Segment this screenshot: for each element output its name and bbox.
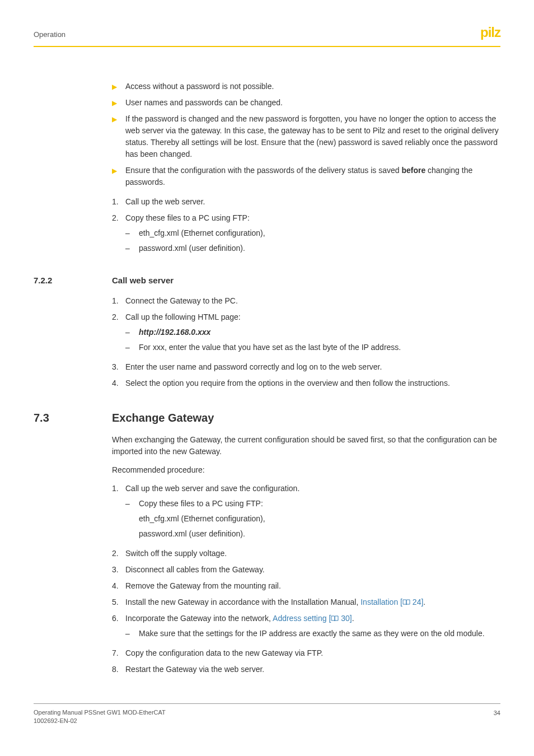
number-marker: 2. — [112, 212, 125, 258]
sub-text: eth_cfg.xml (Ethernet configuration), — [139, 227, 500, 239]
list-text: Call up the web server and save the conf… — [125, 483, 500, 543]
number-marker: 1. — [112, 196, 125, 208]
list-item: 8. Restart the Gateway via the web serve… — [112, 664, 500, 675]
section-number: 7.2.2 — [34, 274, 112, 287]
book-icon — [402, 599, 410, 606]
bullet-icon: ▶ — [112, 97, 125, 109]
sub-item: – Make sure that the settings for the IP… — [125, 628, 500, 640]
number-marker: 1. — [112, 483, 125, 543]
list-item: 1. Call up the web server and save the c… — [112, 483, 500, 543]
number-marker: 4. — [112, 580, 125, 592]
list-text: Enter the user name and password correct… — [125, 361, 500, 373]
sub-item: – Copy these files to a PC using FTP: et… — [125, 498, 500, 540]
sub-text: For xxx, enter the value that you have s… — [139, 342, 500, 353]
number-marker: 5. — [112, 596, 125, 608]
chapter-title: Exchange Gateway — [112, 409, 214, 426]
sub-item: – password.xml (user definition). — [125, 242, 500, 254]
list-item: 5. Install the new Gateway in accordance… — [112, 596, 500, 608]
list-text: Connect the Gateway to the PC. — [125, 295, 500, 307]
link-ref: 30] — [339, 614, 352, 623]
link-text: Installation [ — [360, 598, 402, 606]
book-icon — [331, 615, 339, 622]
bullet-text: Ensure that the configuration with the p… — [125, 165, 500, 188]
page-number: 34 — [494, 708, 500, 726]
sub-item: – eth_cfg.xml (Ethernet configuration), — [125, 227, 500, 239]
chapter-content: When exchanging the Gateway, the current… — [34, 434, 500, 675]
text: . — [423, 598, 425, 606]
bullet-icon: ▶ — [112, 165, 125, 188]
text: password.xml (user definition). — [139, 528, 500, 540]
bullet-text: If the password is changed and the new p… — [125, 113, 500, 160]
text: Call up the following HTML page: — [125, 312, 241, 321]
number-marker: 1. — [112, 295, 125, 307]
number-marker: 7. — [112, 647, 125, 659]
bullet-list: ▶ Access without a password is not possi… — [112, 81, 500, 188]
sub-text: Make sure that the settings for the IP a… — [139, 628, 500, 640]
sub-text: password.xml (user definition). — [139, 242, 500, 254]
sub-text: Copy these files to a PC using FTP: eth_… — [139, 498, 500, 540]
sub-item: – For xxx, enter the value that you have… — [125, 342, 500, 353]
list-text: Restart the Gateway via the web server. — [125, 664, 500, 675]
list-text: Disconnect all cables from the Gateway. — [125, 564, 500, 576]
list-item: 3. Enter the user name and password corr… — [112, 361, 500, 373]
dash-marker: – — [125, 342, 139, 353]
chapter-number: 7.3 — [34, 409, 112, 426]
list-item: 4. Remove the Gateway from the mounting … — [112, 580, 500, 592]
bullet-item: ▶ If the password is changed and the new… — [112, 113, 500, 160]
footer-title: Operating Manual PSSnet GW1 MOD-EtherCAT — [34, 708, 166, 717]
section-heading: 7.2.2 Call web server — [34, 274, 500, 287]
bullet-icon: ▶ — [112, 81, 125, 92]
list-text: Call up the web server. — [125, 196, 500, 208]
text: Copy these files to a PC using FTP: — [125, 213, 250, 222]
text: . — [352, 614, 354, 623]
page-footer: Operating Manual PSSnet GW1 MOD-EtherCAT… — [34, 703, 500, 726]
link-text: Address setting [ — [273, 614, 331, 623]
bullet-icon: ▶ — [112, 113, 125, 160]
body-content: ▶ Access without a password is not possi… — [34, 81, 500, 258]
list-item: 2. Call up the following HTML page: – ht… — [112, 311, 500, 357]
dash-marker: – — [125, 498, 139, 540]
number-marker: 3. — [112, 564, 125, 576]
text: Incorporate the Gateway into the network… — [125, 614, 273, 623]
list-item: 2. Switch off the supply voltage. — [112, 548, 500, 559]
page-header: Operation pilz — [34, 22, 500, 47]
list-text: Call up the following HTML page: – http:… — [125, 311, 500, 357]
text: Call up the web server and save the conf… — [125, 484, 299, 493]
dash-marker: – — [125, 242, 139, 254]
list-text: Copy these files to a PC using FTP: – et… — [125, 212, 500, 258]
sub-item: – http://192.168.0.xxx — [125, 326, 500, 338]
list-text: Incorporate the Gateway into the network… — [125, 613, 500, 643]
cross-ref-link[interactable]: Installation [ 24] — [360, 598, 423, 606]
list-text: Select the option you require from the o… — [125, 377, 500, 389]
list-item: 2. Copy these files to a PC using FTP: –… — [112, 212, 500, 258]
list-item: 6. Incorporate the Gateway into the netw… — [112, 613, 500, 643]
cross-ref-link[interactable]: Address setting [ 30] — [273, 614, 352, 623]
number-marker: 2. — [112, 548, 125, 559]
dash-marker: – — [125, 628, 139, 640]
footer-docnum: 1002692-EN-02 — [34, 717, 166, 725]
paragraph: Recommended procedure: — [112, 464, 500, 476]
list-item: 7. Copy the configuration data to the ne… — [112, 647, 500, 659]
dash-marker: – — [125, 326, 139, 338]
list-item: 1. Connect the Gateway to the PC. — [112, 295, 500, 307]
section-title: Call web server — [112, 274, 174, 287]
chapter-heading: 7.3 Exchange Gateway — [34, 409, 500, 426]
number-marker: 6. — [112, 613, 125, 643]
list-item: 4. Select the option you require from th… — [112, 377, 500, 389]
bullet-item: ▶ User names and passwords can be change… — [112, 97, 500, 109]
list-item: 1. Call up the web server. — [112, 196, 500, 208]
section-content: 1. Connect the Gateway to the PC. 2. Cal… — [34, 295, 500, 389]
bullet-item: ▶ Ensure that the configuration with the… — [112, 165, 500, 188]
number-marker: 2. — [112, 311, 125, 357]
number-marker: 4. — [112, 377, 125, 389]
number-marker: 8. — [112, 664, 125, 675]
bullet-text: User names and passwords can be changed. — [125, 97, 500, 109]
dash-marker: – — [125, 227, 139, 239]
list-text: Remove the Gateway from the mounting rai… — [125, 580, 500, 592]
list-text: Copy the configuration data to the new G… — [125, 647, 500, 659]
url-text: http://192.168.0.xxx — [139, 326, 500, 338]
list-text: Install the new Gateway in accordance wi… — [125, 596, 500, 608]
link-ref: 24] — [410, 598, 423, 606]
text: eth_cfg.xml (Ethernet configuration), — [139, 513, 500, 525]
numbered-list: 1. Call up the web server. 2. Copy these… — [112, 196, 500, 258]
